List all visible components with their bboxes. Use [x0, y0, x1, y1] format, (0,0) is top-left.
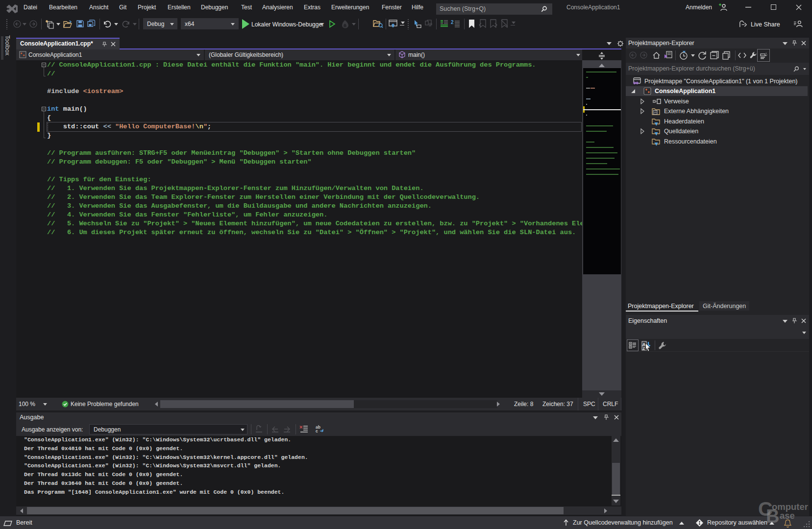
svg-text:2: 2	[451, 20, 454, 25]
svg-text:c: c	[316, 429, 318, 433]
